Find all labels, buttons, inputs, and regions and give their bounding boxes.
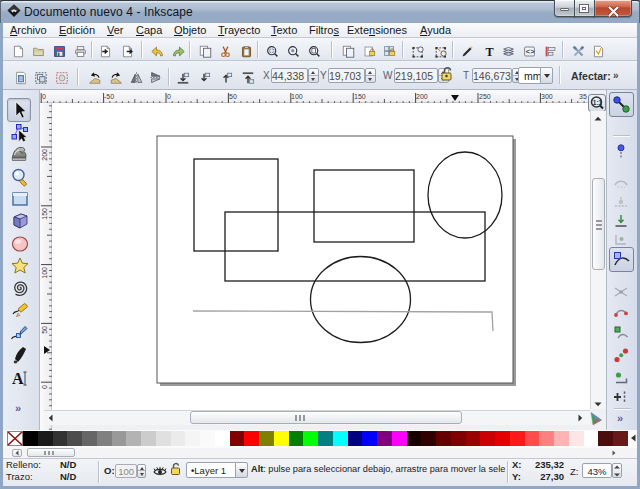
svg-text:A: A: [12, 370, 24, 387]
svg-text:1:1: 1:1: [593, 99, 603, 106]
svg-text:0: 0: [167, 93, 171, 100]
svg-text:200: 200: [416, 93, 428, 100]
svg-text:50: 50: [41, 326, 48, 334]
svg-text:35: 35: [579, 93, 587, 100]
svg-text:150: 150: [41, 208, 48, 220]
svg-text:50: 50: [229, 93, 237, 100]
svg-text:-50: -50: [104, 93, 114, 100]
svg-text:250: 250: [479, 93, 491, 100]
svg-text:<>: <>: [526, 48, 535, 56]
svg-text:100: 100: [291, 93, 303, 100]
svg-text:T: T: [485, 45, 493, 58]
svg-text:0: 0: [42, 93, 46, 100]
svg-text:0: 0: [41, 385, 48, 389]
svg-text:200: 200: [41, 149, 48, 161]
svg-text:100: 100: [41, 267, 48, 279]
svg-text:150: 150: [354, 93, 366, 100]
svg-text:300: 300: [541, 93, 553, 100]
